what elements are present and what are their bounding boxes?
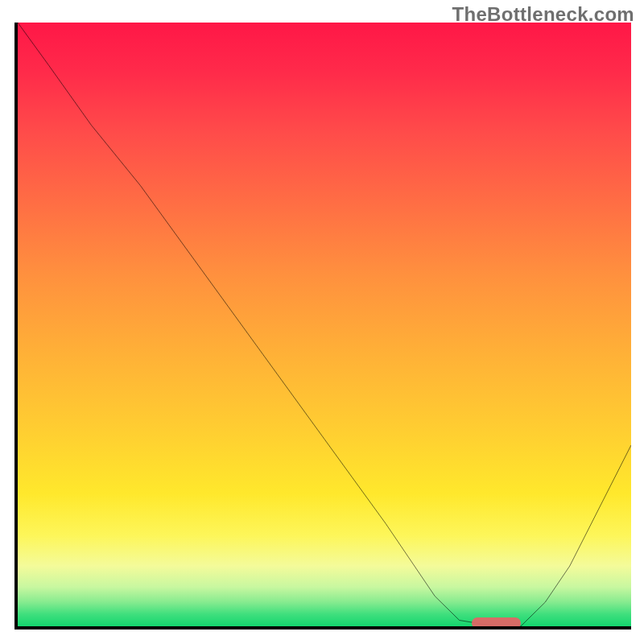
- chart-frame: TheBottleneck.com: [0, 0, 644, 644]
- optimal-range-marker: [472, 617, 521, 629]
- bottleneck-curve: [18, 23, 631, 626]
- plot-area: [14, 23, 631, 630]
